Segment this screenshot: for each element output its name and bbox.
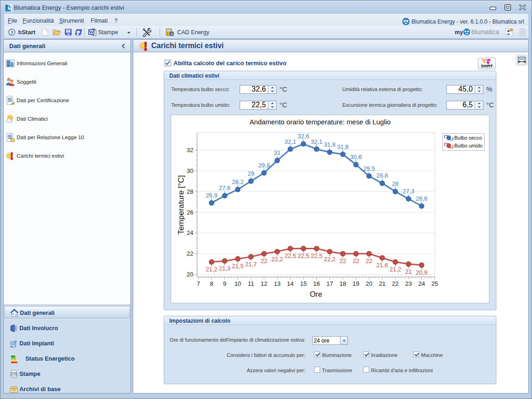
svg-text:19: 19 bbox=[353, 280, 359, 287]
svg-text:21,6: 21,6 bbox=[377, 262, 388, 269]
svg-text:7: 7 bbox=[197, 280, 200, 287]
svg-text:32: 32 bbox=[187, 147, 193, 153]
svg-text:26,9: 26,9 bbox=[206, 192, 217, 199]
svg-text:9: 9 bbox=[223, 280, 226, 287]
svg-text:25: 25 bbox=[431, 280, 438, 287]
svg-text:29: 29 bbox=[247, 170, 254, 177]
svg-text:22: 22 bbox=[392, 280, 398, 287]
svg-text:22: 22 bbox=[353, 258, 359, 264]
svg-text:30,6: 30,6 bbox=[350, 153, 362, 160]
svg-text:22,2: 22,2 bbox=[324, 256, 335, 263]
svg-text:20: 20 bbox=[187, 271, 193, 278]
svg-text:14: 14 bbox=[287, 280, 293, 287]
svg-text:22,5: 22,5 bbox=[285, 252, 296, 259]
svg-text:22: 22 bbox=[340, 258, 346, 264]
svg-text:27,6: 27,6 bbox=[219, 184, 230, 191]
svg-text:21,5: 21,5 bbox=[232, 263, 243, 270]
svg-text:13: 13 bbox=[274, 280, 280, 287]
svg-text:22,2: 22,2 bbox=[272, 256, 283, 263]
svg-text:21,2: 21,2 bbox=[390, 266, 401, 273]
svg-text:W: W bbox=[89, 30, 94, 35]
svg-text:31,6: 31,6 bbox=[337, 143, 348, 150]
svg-text:21,2: 21,2 bbox=[206, 266, 217, 273]
svg-text:28,8: 28,8 bbox=[377, 172, 388, 179]
svg-text:30: 30 bbox=[187, 167, 193, 174]
svg-text:Ore: Ore bbox=[310, 290, 322, 298]
svg-text:28: 28 bbox=[187, 188, 193, 195]
svg-text:20: 20 bbox=[366, 280, 372, 287]
svg-text:22,5: 22,5 bbox=[297, 252, 309, 259]
svg-text:11: 11 bbox=[248, 280, 254, 287]
svg-text:26: 26 bbox=[187, 209, 193, 216]
svg-text:21,3: 21,3 bbox=[219, 265, 230, 272]
svg-text:28,2: 28,2 bbox=[232, 178, 243, 185]
svg-text:21: 21 bbox=[405, 268, 412, 275]
svg-text:29,8: 29,8 bbox=[258, 162, 270, 169]
svg-text:15: 15 bbox=[300, 280, 307, 287]
svg-text:31,8: 31,8 bbox=[324, 141, 335, 148]
svg-text:Bulbo umido: Bulbo umido bbox=[454, 143, 483, 148]
svg-text:16: 16 bbox=[313, 280, 320, 287]
svg-text:26,6: 26,6 bbox=[416, 195, 427, 202]
svg-text:22: 22 bbox=[187, 250, 193, 257]
svg-text:22,5: 22,5 bbox=[311, 252, 322, 259]
svg-text:17: 17 bbox=[326, 280, 333, 287]
svg-text:18: 18 bbox=[340, 280, 346, 287]
svg-text:10: 10 bbox=[235, 280, 241, 287]
svg-text:28: 28 bbox=[392, 180, 398, 187]
svg-text:23: 23 bbox=[405, 280, 412, 287]
svg-text:Temperature [°C]: Temperature [°C] bbox=[177, 175, 186, 235]
svg-text:24: 24 bbox=[418, 280, 425, 287]
svg-text:8: 8 bbox=[210, 280, 213, 287]
svg-text:32,1: 32,1 bbox=[285, 138, 296, 145]
svg-text:22: 22 bbox=[366, 258, 372, 264]
svg-text:22: 22 bbox=[261, 258, 267, 264]
svg-text:12: 12 bbox=[261, 280, 267, 287]
svg-text:32,1: 32,1 bbox=[311, 138, 322, 145]
svg-text:31: 31 bbox=[274, 149, 280, 156]
svg-text:20,9: 20,9 bbox=[416, 269, 427, 276]
svg-text:Andamento orario temperature:: Andamento orario temperature: mese di Lu… bbox=[249, 118, 390, 126]
svg-text:21,7: 21,7 bbox=[245, 261, 257, 268]
svg-text:24: 24 bbox=[187, 229, 193, 236]
svg-text:27,3: 27,3 bbox=[402, 188, 414, 195]
svg-text:32,6: 32,6 bbox=[297, 133, 309, 140]
svg-text:29,5: 29,5 bbox=[363, 165, 375, 172]
svg-text:21: 21 bbox=[379, 280, 385, 287]
svg-text:Bulbo secco: Bulbo secco bbox=[454, 135, 482, 141]
